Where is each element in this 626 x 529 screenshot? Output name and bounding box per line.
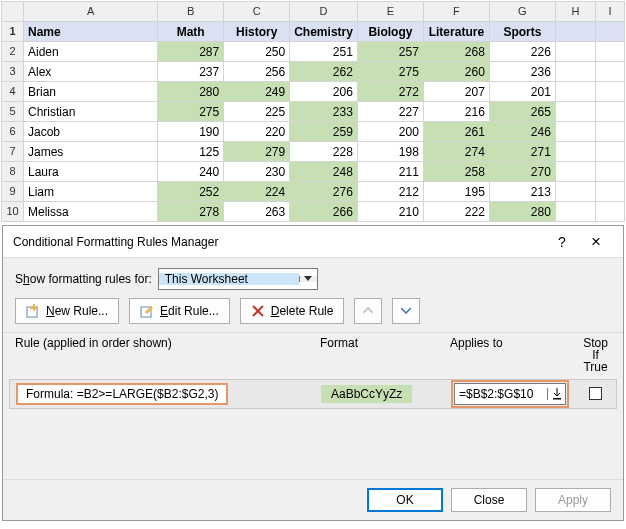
cell[interactable] (555, 202, 595, 222)
cell[interactable]: 190 (158, 122, 224, 142)
header-cell[interactable]: Sports (489, 22, 555, 42)
cell[interactable]: Aiden (24, 42, 158, 62)
cell[interactable]: Laura (24, 162, 158, 182)
cell[interactable]: 201 (489, 82, 555, 102)
cell[interactable]: 279 (224, 142, 290, 162)
stop-if-true-checkbox[interactable] (589, 387, 602, 400)
cell[interactable] (596, 22, 625, 42)
header-cell[interactable]: Math (158, 22, 224, 42)
cell[interactable]: 280 (489, 202, 555, 222)
close-x-button[interactable]: × (579, 233, 613, 250)
cell[interactable]: 225 (224, 102, 290, 122)
col-header[interactable]: H (555, 2, 595, 22)
cell[interactable]: 230 (224, 162, 290, 182)
cell[interactable]: 248 (290, 162, 358, 182)
row-header[interactable]: 2 (2, 42, 24, 62)
cell[interactable] (555, 122, 595, 142)
cell[interactable]: 278 (158, 202, 224, 222)
cell[interactable]: 200 (357, 122, 423, 142)
cell[interactable]: 233 (290, 102, 358, 122)
ok-button[interactable]: OK (367, 488, 443, 512)
cell[interactable]: 262 (290, 62, 358, 82)
cell[interactable]: 250 (224, 42, 290, 62)
cell[interactable]: James (24, 142, 158, 162)
cell[interactable] (596, 62, 625, 82)
cell[interactable]: 206 (290, 82, 358, 102)
cell[interactable]: 257 (357, 42, 423, 62)
cell[interactable]: Brian (24, 82, 158, 102)
new-rule-button[interactable]: New Rule... (15, 298, 119, 324)
range-picker-icon[interactable] (547, 388, 565, 400)
cell[interactable] (555, 82, 595, 102)
close-button[interactable]: Close (451, 488, 527, 512)
move-down-button[interactable] (392, 298, 420, 324)
col-header[interactable]: E (357, 2, 423, 22)
cell[interactable] (596, 202, 625, 222)
cell[interactable]: 263 (224, 202, 290, 222)
col-header[interactable]: I (596, 2, 625, 22)
chevron-down-icon[interactable] (299, 276, 317, 282)
cell[interactable]: 211 (357, 162, 423, 182)
cell[interactable]: 271 (489, 142, 555, 162)
cell[interactable]: 272 (357, 82, 423, 102)
cell[interactable]: 266 (290, 202, 358, 222)
row-header[interactable]: 8 (2, 162, 24, 182)
cell[interactable]: Alex (24, 62, 158, 82)
cell[interactable]: 226 (489, 42, 555, 62)
cell[interactable]: 227 (357, 102, 423, 122)
cell[interactable]: 259 (290, 122, 358, 142)
cell[interactable]: 287 (158, 42, 224, 62)
row-header[interactable]: 3 (2, 62, 24, 82)
cell[interactable]: 207 (423, 82, 489, 102)
cell[interactable]: Jacob (24, 122, 158, 142)
cell[interactable]: Melissa (24, 202, 158, 222)
row-header[interactable]: 5 (2, 102, 24, 122)
scope-combo[interactable]: This Worksheet (158, 268, 318, 290)
cell[interactable]: 256 (224, 62, 290, 82)
applies-to-input[interactable]: =$B$2:$G$10 (454, 383, 566, 405)
cell[interactable]: 251 (290, 42, 358, 62)
cell[interactable] (555, 102, 595, 122)
cell[interactable] (555, 62, 595, 82)
cell[interactable]: 268 (423, 42, 489, 62)
cell[interactable]: 228 (290, 142, 358, 162)
cell[interactable]: 276 (290, 182, 358, 202)
cell[interactable] (596, 42, 625, 62)
cell[interactable] (555, 142, 595, 162)
row-header[interactable]: 9 (2, 182, 24, 202)
col-header[interactable]: D (290, 2, 358, 22)
header-cell[interactable]: History (224, 22, 290, 42)
col-header[interactable]: F (423, 2, 489, 22)
edit-rule-button[interactable]: Edit Rule... (129, 298, 230, 324)
cell[interactable]: 275 (158, 102, 224, 122)
apply-button[interactable]: Apply (535, 488, 611, 512)
row-header[interactable]: 6 (2, 122, 24, 142)
cell[interactable]: 195 (423, 182, 489, 202)
cell[interactable]: 212 (357, 182, 423, 202)
cell[interactable]: 246 (489, 122, 555, 142)
cell[interactable]: 222 (423, 202, 489, 222)
cell[interactable] (555, 182, 595, 202)
cell[interactable]: 216 (423, 102, 489, 122)
cell[interactable] (555, 162, 595, 182)
cell[interactable] (596, 182, 625, 202)
cell[interactable]: 258 (423, 162, 489, 182)
spreadsheet[interactable]: A B C D E F G H I 1NameMathHistoryChemis… (1, 1, 625, 222)
header-cell[interactable]: Name (24, 22, 158, 42)
rule-row[interactable]: Formula: =B2>=LARGE($B2:$G2,3) AaBbCcYyZ… (9, 379, 617, 409)
cell[interactable]: Christian (24, 102, 158, 122)
cell[interactable] (596, 82, 625, 102)
move-up-button[interactable] (354, 298, 382, 324)
col-header[interactable]: G (489, 2, 555, 22)
cell[interactable] (596, 162, 625, 182)
cell[interactable]: 260 (423, 62, 489, 82)
cell[interactable] (596, 102, 625, 122)
delete-rule-button[interactable]: Delete Rule (240, 298, 345, 324)
cell[interactable]: 224 (224, 182, 290, 202)
cell[interactable]: Liam (24, 182, 158, 202)
cell[interactable] (596, 122, 625, 142)
cell[interactable]: 210 (357, 202, 423, 222)
cell[interactable]: 237 (158, 62, 224, 82)
cell[interactable] (555, 22, 595, 42)
col-header[interactable]: B (158, 2, 224, 22)
